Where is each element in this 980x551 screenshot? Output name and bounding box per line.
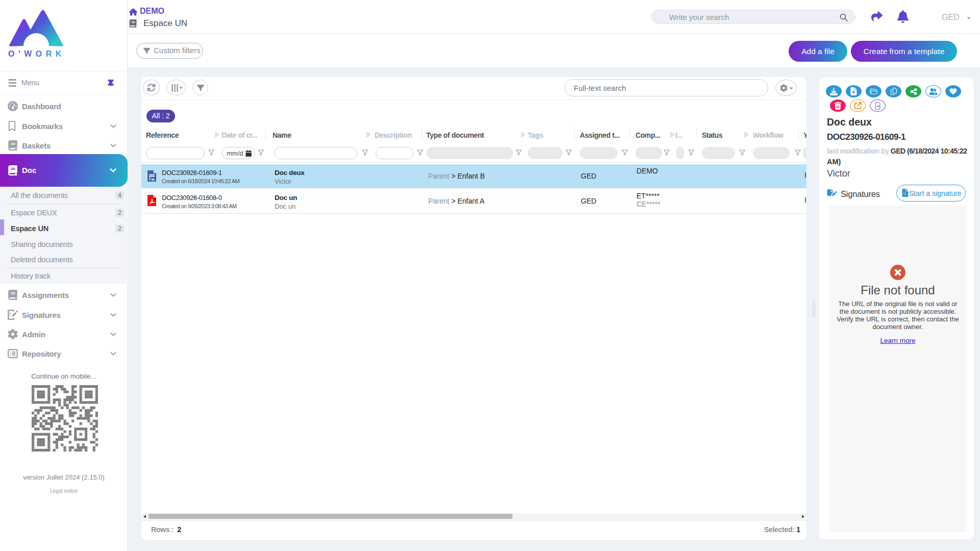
svg-text:w: w [151, 177, 155, 182]
svg-text:O'WORK: O'WORK [8, 49, 64, 58]
